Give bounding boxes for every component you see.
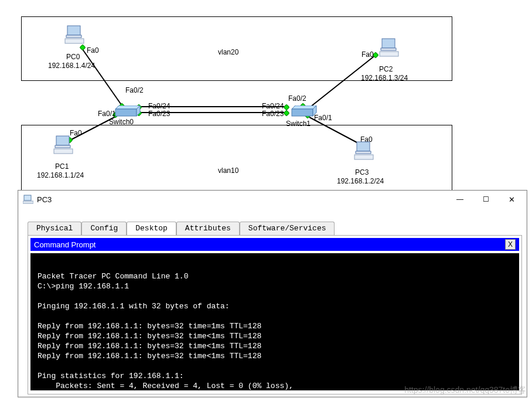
svg-rect-22 xyxy=(292,109,313,116)
svg-rect-11 xyxy=(380,52,398,56)
switch-icon xyxy=(113,106,141,118)
pc0-device[interactable] xyxy=(60,25,90,47)
window-controls: — ☐ ✕ xyxy=(447,191,524,207)
vlan20-label: vlan20 xyxy=(218,48,238,56)
pc-icon xyxy=(53,135,75,156)
titlebar[interactable]: PC3 — ☐ ✕ xyxy=(18,191,527,208)
sw0-port-fa02: Fa0/2 xyxy=(125,86,144,94)
switch0-name: Switch0 xyxy=(109,118,134,126)
pc-app-icon xyxy=(23,195,33,204)
tab-attributes[interactable]: Attributes xyxy=(176,222,240,235)
command-prompt-console[interactable]: Packet Tracer PC Command Line 1.0 C:\>pi… xyxy=(30,253,519,390)
switch1-device[interactable] xyxy=(286,106,321,120)
tab-config[interactable]: Config xyxy=(81,222,127,235)
svg-rect-7 xyxy=(66,35,81,38)
svg-rect-10 xyxy=(381,48,396,50)
pc2-ip: 192.168.1.3/24 xyxy=(361,74,408,82)
tab-strip: Physical Config Desktop Attributes Softw… xyxy=(22,221,530,235)
svg-rect-15 xyxy=(357,142,370,151)
pc3-window: PC3 — ☐ ✕ Physical Config Desktop Attrib… xyxy=(18,190,527,397)
pc-icon xyxy=(64,25,86,46)
pc1-name: PC1 xyxy=(55,162,69,171)
close-button[interactable]: ✕ xyxy=(499,191,524,207)
svg-rect-24 xyxy=(24,195,31,200)
command-prompt-title: Command Prompt xyxy=(34,240,96,249)
sw0-port-fa023: Fa0/23 xyxy=(148,110,170,118)
pc-icon xyxy=(378,38,401,59)
tab-desktop[interactable]: Desktop xyxy=(127,222,176,235)
pc2-device[interactable] xyxy=(375,38,404,60)
svg-marker-18 xyxy=(115,106,140,109)
command-prompt-close-button[interactable]: X xyxy=(505,239,516,250)
pc1-ip: 192.168.1.1/24 xyxy=(37,171,84,179)
pc1-device[interactable] xyxy=(49,135,79,158)
pc0-ip: 192.168.1.4/24 xyxy=(48,62,95,70)
svg-rect-12 xyxy=(56,136,69,145)
svg-rect-17 xyxy=(354,155,373,159)
pc-icon xyxy=(353,141,376,162)
switch-icon xyxy=(289,106,318,118)
sw1-port-fa02: Fa0/2 xyxy=(288,94,306,103)
pc3-device[interactable] xyxy=(350,141,379,164)
sw0-port-fa024: Fa0/24 xyxy=(148,102,170,110)
svg-rect-13 xyxy=(55,145,70,148)
network-topology: vlan20 vlan10 Fa0 Fa0 Fa0 Fa0 Fa0/2 Fa0/… xyxy=(0,0,532,193)
desktop-tab-body: Command Prompt X Packet Tracer PC Comman… xyxy=(28,235,522,394)
sw1-port-fa023: Fa0/23 xyxy=(262,110,284,118)
svg-rect-25 xyxy=(23,201,33,203)
pc2-iface: Fa0 xyxy=(362,50,374,59)
tab-software-services[interactable]: Software/Services xyxy=(240,222,335,235)
svg-rect-9 xyxy=(382,39,395,48)
svg-rect-14 xyxy=(54,149,73,154)
maximize-button[interactable]: ☐ xyxy=(473,191,499,207)
switch1-name: Switch1 xyxy=(286,120,311,128)
sw1-port-fa024: Fa0/24 xyxy=(262,102,284,110)
pc0-iface: Fa0 xyxy=(87,46,99,55)
pc3-ip: 192.168.1.2/24 xyxy=(337,177,384,185)
svg-rect-16 xyxy=(356,151,371,154)
vlan10-label: vlan10 xyxy=(218,166,238,175)
command-prompt-header: Command Prompt X xyxy=(30,238,519,251)
pc3-name: PC3 xyxy=(355,168,369,176)
window-title: PC3 xyxy=(37,195,52,204)
svg-rect-8 xyxy=(65,39,84,43)
pc2-name: PC2 xyxy=(379,65,393,73)
svg-rect-19 xyxy=(115,109,137,116)
svg-rect-6 xyxy=(67,26,80,35)
minimize-button[interactable]: — xyxy=(447,191,473,207)
tab-physical[interactable]: Physical xyxy=(28,222,81,235)
pc0-name: PC0 xyxy=(66,53,80,61)
vlan10-box xyxy=(21,125,452,192)
svg-marker-21 xyxy=(292,106,316,109)
